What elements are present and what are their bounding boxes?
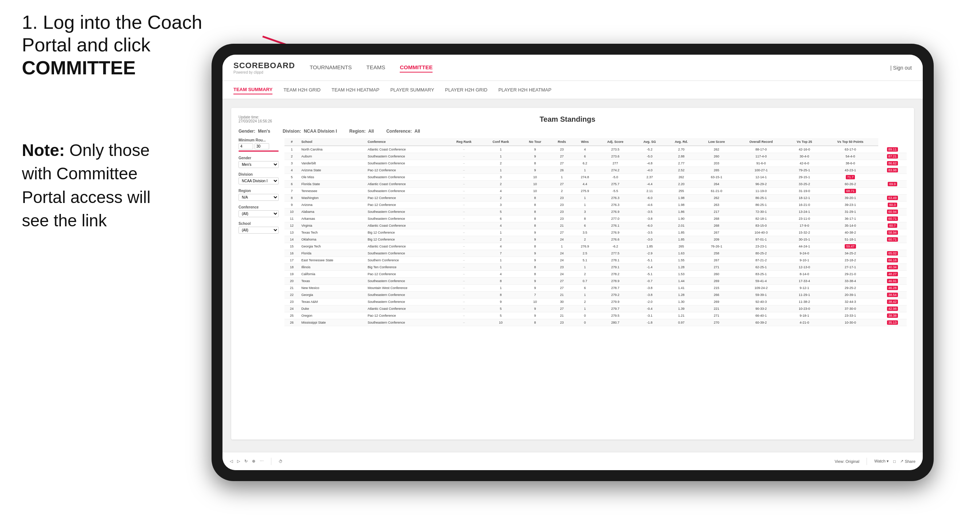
table-container: # School Conference Reg Rank Conf Rank N… xyxy=(285,138,907,411)
region-value: All xyxy=(368,129,374,134)
subnav-player-summary[interactable]: PLAYER SUMMARY xyxy=(390,86,434,94)
subnav-team-h2h-grid[interactable]: TEAM H2H GRID xyxy=(283,86,321,94)
nav-committee[interactable]: COMMITTEE xyxy=(400,63,433,73)
table-cell: 30-15-1 xyxy=(786,236,822,243)
table-cell: 38.38 xyxy=(878,312,907,319)
toolbar-bookmark[interactable]: ⊕ xyxy=(252,459,255,464)
table-cell: 0 xyxy=(573,312,596,319)
table-cell: 23 xyxy=(550,202,573,208)
table-cell: 3 xyxy=(285,160,299,167)
subnav-player-h2h-heatmap[interactable]: PLAYER H2H HEATMAP xyxy=(498,86,551,94)
logo-text: SCOREBOARD xyxy=(234,61,295,70)
table-cell: 3 xyxy=(482,174,520,181)
table-cell: 63.49 xyxy=(878,195,907,202)
toolbar-forward[interactable]: ▷ xyxy=(237,459,240,464)
table-cell: 5 xyxy=(482,312,520,319)
table-cell: 8 xyxy=(520,271,550,278)
table-cell: 30 xyxy=(550,298,573,305)
table-cell: Mountain West Conference xyxy=(366,285,446,292)
table-cell: 276.3 xyxy=(596,202,634,208)
table-cell: 23-33-1 xyxy=(822,312,878,319)
table-cell: 79-25-1 xyxy=(786,167,822,174)
table-cell: 29-25-2 xyxy=(822,285,878,292)
table-cell: 8 xyxy=(482,278,520,285)
table-cell: – xyxy=(446,167,482,174)
table-cell: 279.1 xyxy=(596,264,634,271)
nav-teams[interactable]: TEAMS xyxy=(366,63,385,73)
table-cell: 221 xyxy=(697,305,736,312)
sidebar-division-select[interactable]: NCAA Division I xyxy=(239,178,278,184)
table-cell: 271 xyxy=(697,264,736,271)
toolbar-more[interactable]: ⋯ xyxy=(260,459,264,464)
table-cell: 2.77 xyxy=(665,160,697,167)
note-area: Note: Only those with Committee Portal a… xyxy=(22,138,175,233)
sidebar-region-label: Region xyxy=(239,189,278,193)
table-cell: Texas xyxy=(299,278,366,285)
table-cell: 87.21 xyxy=(878,153,907,160)
table-cell: 18-12-1 xyxy=(786,195,822,202)
table-cell: 4 xyxy=(482,271,520,278)
table-cell: 1.28 xyxy=(665,292,697,298)
table-cell: 9 xyxy=(520,250,550,257)
table-cell: – xyxy=(446,312,482,319)
toolbar-view-original[interactable]: View: Original xyxy=(834,459,859,464)
min-rounds-slider[interactable] xyxy=(239,151,278,152)
table-row: 22GeorgiaSoutheastern Conference–8721127… xyxy=(285,292,907,298)
bottom-toolbar: ◁ ▷ ↻ ⊕ ⋯ ⏱ View: Original Watch ▾ □ ↗ S… xyxy=(223,452,923,470)
panel: Update time: 27/03/2024 16:56:26 Team St… xyxy=(231,108,914,440)
table-cell: 12-13-0 xyxy=(786,264,822,271)
table-cell: 104-40-3 xyxy=(736,229,786,236)
table-cell: 8 xyxy=(573,215,596,222)
toolbar-share[interactable]: ↗ Share xyxy=(900,459,915,464)
table-cell: 2 xyxy=(573,271,596,278)
table-cell: 1.86 xyxy=(665,208,697,215)
table-row: 13Texas TechBig 12 Conference–19273.5276… xyxy=(285,229,907,236)
table-cell: 40-38-2 xyxy=(822,229,878,236)
table-cell: 58.94 xyxy=(878,229,907,236)
table-cell: 25 xyxy=(285,312,299,319)
sidebar-conference-select[interactable]: (All) xyxy=(239,210,278,217)
sidebar-gender-select[interactable]: Men's Women's xyxy=(239,161,278,168)
panel-header: Update time: 27/03/2024 16:56:26 Team St… xyxy=(239,115,907,124)
table-cell: 274.2 xyxy=(596,167,634,174)
toolbar-extra-1[interactable]: □ xyxy=(893,459,896,464)
subnav-team-h2h-heatmap[interactable]: TEAM H2H HEATMAP xyxy=(331,86,379,94)
sidebar-region-select[interactable]: N/A xyxy=(239,194,278,201)
table-cell: Southeastern Conference xyxy=(366,215,446,222)
table-cell: -5.0 xyxy=(596,174,634,181)
table-cell: 35-14-0 xyxy=(822,222,878,229)
table-cell: 14 xyxy=(285,236,299,243)
table-cell: 9 xyxy=(520,146,550,153)
table-cell: 13 xyxy=(285,229,299,236)
table-cell: 1.53 xyxy=(665,271,697,278)
table-cell: Big Ten Conference xyxy=(366,264,446,271)
table-cell: 1 xyxy=(573,167,596,174)
table-cell: 1 xyxy=(573,292,596,298)
table-cell: -3.8 xyxy=(634,292,665,298)
table-cell: 89.11 xyxy=(878,146,907,153)
table-cell: 6 xyxy=(573,153,596,160)
toolbar-watch[interactable]: Watch ▾ xyxy=(874,459,889,464)
table-cell: -4.0 xyxy=(634,167,665,174)
toolbar-refresh[interactable]: ↻ xyxy=(244,459,248,464)
sign-out[interactable]: | Sign out xyxy=(890,65,912,71)
table-cell: Arizona State xyxy=(299,167,366,174)
content-area: Minimum Rou... Gender Men's Women' xyxy=(239,138,907,411)
table-cell: 269 xyxy=(697,278,736,285)
table-cell: – xyxy=(446,202,482,208)
table-row: 19CaliforniaPac-12 Conference–48242278.2… xyxy=(285,271,907,278)
min-rounds-min-input[interactable] xyxy=(239,143,253,149)
toolbar-clock[interactable]: ⏱ xyxy=(278,459,283,464)
table-cell: 30-4-0 xyxy=(786,153,822,160)
subnav-team-summary[interactable]: TEAM SUMMARY xyxy=(234,85,272,94)
nav-tournaments[interactable]: TOURNAMENTS xyxy=(310,63,352,73)
table-cell: 0.97 xyxy=(665,319,697,326)
table-cell: 24 xyxy=(550,250,573,257)
table-cell: 217 xyxy=(697,208,736,215)
sidebar-school-select[interactable]: (All) xyxy=(239,227,278,233)
table-cell: 18 xyxy=(285,264,299,271)
toolbar-back[interactable]: ◁ xyxy=(230,459,233,464)
table-cell: 9 xyxy=(520,229,550,236)
subnav-player-h2h-grid[interactable]: PLAYER H2H GRID xyxy=(445,86,487,94)
min-rounds-max-input[interactable] xyxy=(255,143,269,149)
